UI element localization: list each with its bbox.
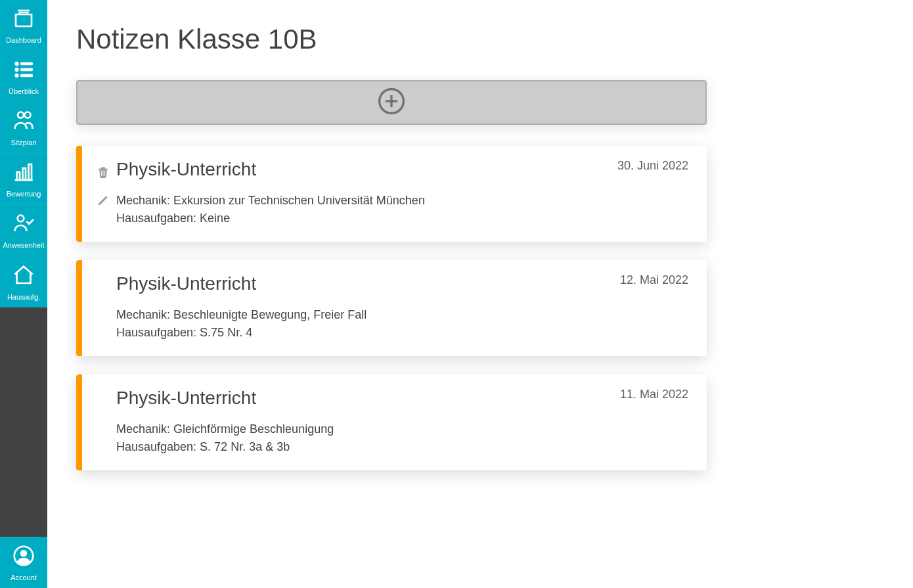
note-date: 11. Mai 2022: [620, 388, 688, 401]
note-text-line: Hausaufgaben: S.75 Nr. 4: [116, 324, 367, 342]
sidebar-item-label: Bewertung: [7, 190, 41, 198]
trash-icon[interactable]: [97, 166, 110, 179]
note-text: Mechanik: Beschleunigte Bewegung, Freier…: [116, 306, 367, 342]
svg-point-0: [15, 62, 18, 66]
bar-chart-icon: [12, 160, 35, 187]
sidebar-item-label: Sitzplan: [11, 139, 36, 147]
sidebar-item-label: Account: [11, 574, 37, 581]
note-text-line: Mechanik: Exkursion zur Technischen Univ…: [116, 192, 425, 210]
svg-rect-17: [101, 171, 102, 176]
svg-rect-18: [103, 171, 104, 176]
note-text: Mechanik: Exkursion zur Technischen Univ…: [116, 192, 425, 227]
note-color-stripe: [76, 260, 82, 356]
note-text: Mechanik: Gleichförmige Beschleunigung H…: [116, 420, 334, 456]
sidebar-item-label: Hausaufg.: [7, 293, 40, 301]
pencil-icon[interactable]: [97, 194, 110, 207]
svg-point-6: [18, 112, 24, 118]
note-title: Physik-Unterricht: [116, 159, 256, 180]
sidebar-item-dashboard[interactable]: Dashboard: [0, 0, 47, 51]
note-card[interactable]: 30. Juni 2022 Physik-Unterricht Mechanik…: [76, 146, 707, 242]
sidebar-item-label: Dashboard: [6, 36, 41, 44]
main-content: Notizen Klasse 10B 30. Juni 2022 Physik-…: [47, 0, 913, 588]
svg-rect-21: [102, 168, 105, 170]
svg-point-1: [15, 68, 18, 72]
note-card[interactable]: 12. Mai 2022 Physik-Unterricht Mechanik:…: [76, 260, 707, 356]
note-date: 30. Juni 2022: [617, 159, 688, 173]
user-check-icon: [12, 212, 35, 238]
note-title: Physik-Unterricht: [116, 273, 256, 294]
sidebar-item-seating[interactable]: Sitzplan: [0, 102, 47, 154]
people-icon: [12, 109, 35, 135]
note-card[interactable]: 11. Mai 2022 Physik-Unterricht Mechanik:…: [76, 374, 707, 470]
svg-rect-10: [29, 164, 32, 180]
svg-rect-9: [23, 168, 26, 180]
briefcase-icon: [12, 7, 35, 33]
svg-rect-4: [21, 69, 33, 71]
sidebar-item-label: Anwesenheit: [3, 241, 45, 249]
list-icon: [12, 58, 35, 84]
sidebar: Dashboard Überblick Sitzplan Bewertung: [0, 0, 47, 588]
svg-point-2: [15, 74, 18, 78]
svg-point-7: [25, 112, 31, 118]
sidebar-item-overview[interactable]: Überblick: [0, 51, 47, 102]
note-text-line: Hausaufgaben: Keine: [116, 210, 425, 227]
note-title: Physik-Unterricht: [116, 388, 256, 409]
user-circle-icon: [12, 544, 35, 570]
sidebar-item-homework[interactable]: Hausaufg.: [0, 256, 47, 307]
svg-point-13: [21, 550, 27, 556]
note-date: 12. Mai 2022: [620, 273, 688, 287]
sidebar-item-attendance[interactable]: Anwesenheit: [0, 205, 47, 256]
add-note-button[interactable]: [76, 80, 707, 125]
sidebar-item-account[interactable]: Account: [0, 537, 47, 588]
note-color-stripe: [76, 374, 82, 470]
svg-rect-5: [21, 75, 33, 77]
sidebar-item-label: Überblick: [9, 87, 39, 95]
note-text-line: Mechanik: Beschleunigte Bewegung, Freier…: [116, 306, 367, 324]
svg-rect-19: [104, 171, 105, 176]
page-title: Notizen Klasse 10B: [76, 24, 913, 55]
svg-rect-3: [21, 63, 33, 65]
sidebar-item-grading[interactable]: Bewertung: [0, 154, 47, 205]
svg-point-11: [18, 215, 24, 222]
plus-circle-icon: [377, 87, 406, 118]
note-text-line: Mechanik: Gleichförmige Beschleunigung: [116, 420, 334, 438]
svg-rect-8: [17, 172, 20, 180]
note-text-line: Hausaufgaben: S. 72 Nr. 3a & 3b: [116, 438, 334, 456]
home-icon: [12, 263, 35, 290]
note-color-stripe: [76, 146, 82, 242]
